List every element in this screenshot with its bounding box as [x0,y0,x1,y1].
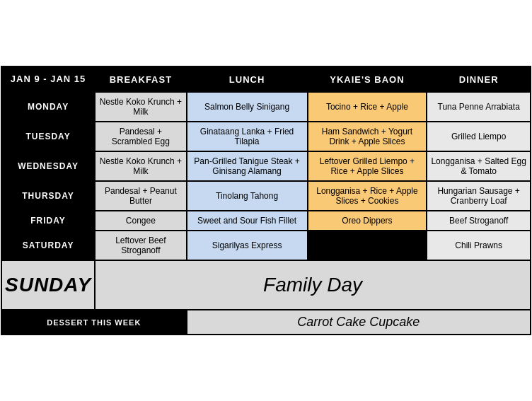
lunch-friday: Sweet and Sour Fish Fillet [187,211,308,231]
breakfast-thursday: Pandesal + Peanut Butter [95,181,186,211]
lunch-wednesday: Pan-Grilled Tanigue Steak + Ginisang Ala… [187,151,308,181]
sunday-content: Family Day [95,260,531,310]
breakfast-saturday: Leftover Beef Stroganoff [95,231,186,260]
baon-thursday: Longganisa + Rice + Apple Slices + Cooki… [308,181,427,211]
day-cell-thursday: THURSDAY [1,181,95,211]
day-cell-sunday: SUNDAY [1,260,95,310]
breakfast-header: BREAKFAST [95,66,186,92]
lunch-saturday: Sigarilyas Express [187,231,308,260]
day-cell-friday: FRIDAY [1,211,95,231]
lunch-header: LUNCH [187,66,308,92]
dinner-wednesday: Longganisa + Salted Egg & Tomato [427,151,531,181]
lunch-thursday: Tinolang Tahong [187,181,308,211]
day-cell-wednesday: WEDNESDAY [1,151,95,181]
dinner-header: DINNER [427,66,531,92]
breakfast-friday: Congee [95,211,186,231]
baon-wednesday: Leftover Grilled Liempo + Rice + Apple S… [308,151,427,181]
dinner-monday: Tuna Penne Arrabiata [427,92,531,122]
dessert-value: Carrot Cake Cupcake [187,310,531,335]
baon-monday: Tocino + Rice + Apple [308,92,427,122]
dinner-thursday: Hungarian Sausage + Cranberry Loaf [427,181,531,211]
baon-saturday [308,231,427,260]
baon-tuesday: Ham Sandwich + Yogurt Drink + Apple Slic… [308,122,427,151]
dinner-friday: Beef Stroganoff [427,211,531,231]
day-cell-monday: MONDAY [1,92,95,122]
day-cell-tuesday: TUESDAY [1,122,95,151]
baon-friday: Oreo Dippers [308,211,427,231]
dinner-tuesday: Grilled Liempo [427,122,531,151]
dinner-saturday: Chili Prawns [427,231,531,260]
baon-header: Ykaie's BAON [308,66,427,92]
day-cell-saturday: SATURDAY [1,231,95,260]
lunch-monday: Salmon Belly Sinigang [187,92,308,122]
breakfast-monday: Nestle Koko Krunch + Milk [95,92,186,122]
title-cell: Jan 9 - Jan 15 [1,66,95,92]
breakfast-wednesday: Nestle Koko Krunch + Milk [95,151,186,181]
meal-plan-table: Jan 9 - Jan 15 BREAKFAST LUNCH Ykaie's B… [1,66,531,335]
lunch-tuesday: Ginataang Lanka + Fried Tilapia [187,122,308,151]
dessert-label: DESSERT THIS WEEK [1,310,187,335]
breakfast-tuesday: Pandesal + Scrambled Egg [95,122,186,151]
